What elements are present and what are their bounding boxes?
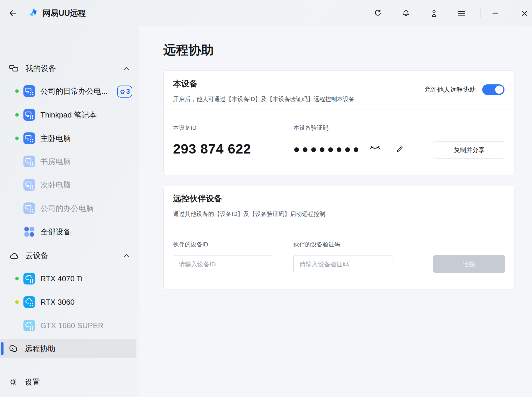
- sidebar-footer: 设置: [0, 368, 139, 397]
- sidebar-section-cloud-devices[interactable]: 云设备: [0, 247, 139, 264]
- sidebar-item-device-thinkpad[interactable]: Thinkpad 笔记本: [0, 107, 139, 123]
- sidebar-item-device-master-bedroom[interactable]: 主卧电脑: [0, 130, 139, 146]
- remote-assist-label: 远程协助: [25, 339, 55, 358]
- code-mask-dot: [320, 147, 324, 152]
- title-bar: 网易UU远程: [0, 0, 532, 26]
- partner-id-input[interactable]: [173, 255, 272, 273]
- device-id-label: 本设备ID: [173, 124, 196, 132]
- allow-remote-assist-toggle[interactable]: [482, 84, 504, 95]
- partner-card-subtitle: 通过其他设备的【设备ID】及【设备验证码】启动远程控制: [173, 210, 325, 218]
- busy-status-dot: [15, 300, 19, 304]
- sidebar-item-settings[interactable]: 设置: [0, 374, 139, 390]
- app-logo: [28, 7, 40, 19]
- code-mask-dot: [328, 147, 333, 152]
- session-count-badge: 3: [117, 86, 132, 98]
- section-label: 云设备: [25, 247, 48, 264]
- device-name: Thinkpad 笔记本: [40, 107, 97, 123]
- sidebar-item-cloud-rtx4070ti[interactable]: RTX 4070 Ti: [0, 270, 139, 287]
- refresh-icon: [374, 9, 382, 17]
- code-mask-dot: [354, 147, 358, 152]
- back-arrow-icon: [8, 9, 17, 18]
- partner-card-title: 远控伙伴设备: [173, 193, 222, 204]
- device-name: 书房电脑: [40, 153, 71, 170]
- app-window: 网易UU远程 我的设备 公司的日常办公电...: [0, 0, 532, 397]
- pencil-icon: [395, 144, 404, 152]
- local-device-card: 本设备 开启后，他人可通过【本设备ID】及【本设备验证码】远程控制本设备 允许他…: [163, 70, 515, 175]
- partner-device-card: 远控伙伴设备 通过其他设备的【设备ID】及【设备验证码】启动远程控制 伙伴的设备…: [163, 185, 515, 290]
- code-mask-dot: [337, 147, 341, 152]
- edit-code-button[interactable]: [394, 142, 406, 154]
- cloud-icon: [9, 252, 19, 260]
- local-card-subtitle: 开启后，他人可通过【本设备ID】及【本设备验证码】远程控制本设备: [173, 95, 355, 103]
- pc-device-icon: [23, 132, 35, 144]
- chevron-up-icon[interactable]: [123, 65, 130, 72]
- allow-remote-assist-label: 允许他人远程协助: [424, 85, 476, 94]
- sidebar-item-device-company-office[interactable]: 公司的办公电脑: [0, 200, 139, 217]
- close-icon: [521, 9, 528, 17]
- sidebar-item-remote-assist-selected[interactable]: 远程协助: [0, 339, 136, 358]
- settings-label: 设置: [25, 374, 40, 390]
- session-count: 3: [126, 88, 130, 95]
- card-divider: [164, 110, 514, 110]
- code-mask-dot: [311, 147, 316, 152]
- partner-id-label: 伙伴的设备ID: [173, 241, 208, 248]
- device-name: 全部设备: [40, 224, 71, 240]
- code-mask-dot: [294, 147, 299, 152]
- minimize-button[interactable]: [490, 7, 501, 19]
- sidebar-item-cloud-gtx1660super[interactable]: GTX 1660 SUPER: [0, 317, 139, 334]
- device-name: 公司的办公电脑: [40, 200, 94, 217]
- pc-device-icon: [23, 85, 35, 97]
- copy-share-button[interactable]: 复制并分享: [433, 141, 505, 159]
- hamburger-icon: [457, 9, 466, 18]
- device-id-value: 293 874 622: [173, 141, 251, 157]
- person-icon: [430, 9, 438, 18]
- back-button[interactable]: [7, 7, 19, 19]
- sidebar-section-my-devices[interactable]: 我的设备: [0, 60, 139, 76]
- refresh-button[interactable]: [372, 7, 384, 19]
- all-devices-icon: [23, 226, 35, 238]
- sidebar-item-cloud-rtx3060[interactable]: RTX 3060: [0, 294, 139, 310]
- minimize-icon: [491, 9, 500, 17]
- page-title: 远程协助: [163, 42, 214, 59]
- chevron-up-icon[interactable]: [123, 252, 130, 259]
- card-divider: [164, 224, 514, 224]
- sidebar-item-device-office-daily[interactable]: 公司的日常办公电... 3: [0, 83, 139, 99]
- online-status-dot: [15, 137, 19, 140]
- pc-device-icon-offline: [23, 202, 35, 214]
- titlebar-separator: [480, 8, 480, 18]
- toggle-knob: [495, 86, 503, 94]
- device-name: 次卧电脑: [40, 177, 71, 193]
- pc-device-icon: [23, 109, 35, 121]
- uu-logo-icon: [28, 8, 39, 19]
- menu-button[interactable]: [456, 7, 467, 19]
- device-name: RTX 4070 Ti: [40, 270, 83, 287]
- close-button[interactable]: [519, 7, 530, 19]
- sidebar-item-all-devices[interactable]: 全部设备: [0, 224, 139, 240]
- device-name: RTX 3060: [40, 294, 75, 310]
- reveal-code-button[interactable]: [369, 142, 381, 154]
- pc-device-icon-offline: [23, 156, 35, 167]
- device-name: 公司的日常办公电...: [40, 83, 108, 99]
- notifications-button[interactable]: [400, 7, 412, 19]
- device-name: 主卧电脑: [40, 130, 71, 146]
- cloud-device-icon: [23, 296, 35, 308]
- bell-icon: [402, 9, 410, 18]
- sidebar-item-device-study[interactable]: 书房电脑: [0, 153, 139, 170]
- cloud-device-icon: [23, 273, 35, 284]
- online-status-dot: [15, 277, 19, 280]
- sidebar-item-device-second-bedroom[interactable]: 次卧电脑: [0, 177, 139, 193]
- device-code-label: 本设备验证码: [293, 124, 329, 132]
- monitors-icon: [9, 64, 19, 74]
- connect-button-disabled[interactable]: 连接: [433, 255, 505, 273]
- app-title: 网易UU远程: [43, 0, 86, 26]
- code-mask-dot: [345, 147, 350, 152]
- partner-code-input[interactable]: [293, 255, 393, 273]
- account-button[interactable]: [428, 7, 440, 19]
- device-name: GTX 1660 SUPER: [40, 317, 103, 334]
- online-status-dot: [15, 113, 19, 117]
- local-card-title: 本设备: [173, 78, 198, 89]
- section-label: 我的设备: [25, 60, 56, 76]
- cloud-device-icon-offline: [23, 320, 35, 331]
- remote-assist-icon: [9, 344, 18, 353]
- online-status-dot: [15, 89, 19, 93]
